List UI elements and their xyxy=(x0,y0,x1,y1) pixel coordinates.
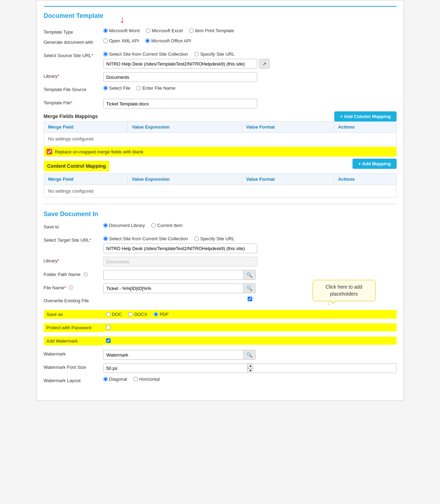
template-type-itemprint[interactable]: Item Print Template xyxy=(189,28,234,33)
tooltip-bubble: Click here to add placeholders xyxy=(313,280,376,301)
watermark-controls: 🔍 xyxy=(103,350,397,360)
save-to-doc-library[interactable]: Document Library xyxy=(103,223,145,228)
tooltip-bubble-container: Click here to add placeholders ↑ xyxy=(313,280,376,301)
generate-msoffice[interactable]: Microsoft Office API xyxy=(145,38,191,43)
library-controls: Documents xyxy=(103,72,397,82)
content-control-table: Merge Field Value Expression Value Forma… xyxy=(44,173,397,185)
target-site-specify[interactable]: Specify Site URL xyxy=(194,236,235,241)
watermark-font-size-row: Watermark Font Size ▲ ▼ xyxy=(44,363,397,373)
content-control-no-settings: No settings configured xyxy=(44,185,397,198)
binoculars-icon: 🔍 xyxy=(246,272,252,278)
target-site-label: Select Target Site URL* xyxy=(44,236,103,243)
save-as-options: DOC DOCX PDF xyxy=(103,310,397,319)
binoculars-icon-2: 🔍 xyxy=(246,285,252,291)
folder-path-label: Folder Path Name ⓘ xyxy=(44,270,103,278)
replace-unmapped-label: Replace un-mapped merge fields with blan… xyxy=(55,149,144,154)
cc-value-format-col: Value Format xyxy=(242,174,334,185)
watermark-horizontal[interactable]: Horizontal xyxy=(133,377,160,382)
template-file-source-label: Template File Source xyxy=(44,85,103,92)
target-site-url-row: Select Target Site URL* Select Site from… xyxy=(44,236,397,253)
source-site-specify[interactable]: Specify Site URL xyxy=(194,51,235,57)
template-file-row: Template File* Ticket Template.docx xyxy=(44,99,397,109)
tooltip-arrow: ↑ xyxy=(327,299,330,308)
actions-col-header: Actions xyxy=(334,122,396,133)
merge-field-col-header: Merge Field xyxy=(44,122,127,133)
save-to-row: Save to Document Library Current Item xyxy=(44,223,397,233)
template-file-controls: Ticket Template.docx xyxy=(103,99,397,109)
target-site-dropdown[interactable]: NITRO Help Desk (/sites/TemplateTest2/NI… xyxy=(103,243,257,253)
watermark-diagonal[interactable]: Diagonal xyxy=(103,377,127,382)
spinner-down-button[interactable]: ▼ xyxy=(247,368,254,373)
value-expression-col-header: Value Expression xyxy=(127,122,242,133)
watermark-font-size-input[interactable] xyxy=(104,364,247,373)
add-watermark-controls xyxy=(103,337,397,345)
source-site-current[interactable]: Select Site from Current Site Collection xyxy=(103,51,188,57)
save-to-label: Save to xyxy=(44,223,103,229)
save-to-current-item[interactable]: Current Item xyxy=(151,223,182,228)
content-control-section: + Add Mapping Content Control Mapping Me… xyxy=(44,161,397,198)
document-template-section: Document Template ↓ Template Type Micros… xyxy=(44,6,397,198)
library-row: Library* Documents xyxy=(44,72,397,82)
save-library-row: Library* Documents xyxy=(44,257,397,267)
source-site-external-link[interactable]: ↗ xyxy=(259,59,270,69)
source-site-dropdown[interactable]: NITRO Help Desk (/sites/TemplateTest2/NI… xyxy=(103,59,257,69)
file-name-label: File Name* ⓘ xyxy=(44,283,103,291)
spinner-buttons: ▲ ▼ xyxy=(247,364,254,373)
template-file-label: Template File* xyxy=(44,99,103,105)
save-as-pdf[interactable]: PDF xyxy=(154,312,169,317)
cc-value-expression-col: Value Expression xyxy=(127,174,242,185)
template-file-source-controls: Select File Enter File Name xyxy=(103,85,397,91)
watermark-layout-controls: Diagonal Horizontal xyxy=(103,377,397,382)
template-file-dropdown[interactable]: Ticket Template.docx xyxy=(103,99,257,109)
add-column-mapping-button[interactable]: + Add Column Mapping xyxy=(334,111,396,122)
folder-path-input-group: 🔍 xyxy=(103,270,397,280)
add-watermark-label: Add Watermark xyxy=(44,337,103,345)
save-as-doc[interactable]: DOC xyxy=(106,312,122,317)
add-mapping-button[interactable]: + Add Mapping xyxy=(352,159,396,169)
folder-path-browse-button[interactable]: 🔍 xyxy=(243,270,256,280)
library-dropdown-wrapper: Documents xyxy=(103,72,397,82)
generate-openxml[interactable]: Open XML API xyxy=(103,38,139,43)
watermark-input[interactable] xyxy=(103,350,243,360)
add-watermark-checkbox[interactable] xyxy=(106,338,111,343)
file-source-select[interactable]: Select File xyxy=(103,85,131,91)
add-watermark-row: Add Watermark xyxy=(44,337,397,346)
file-name-info-icon: ⓘ xyxy=(69,285,73,290)
spinner-up-button[interactable]: ▲ xyxy=(247,364,254,368)
file-name-browse-button[interactable]: 🔍 xyxy=(243,283,256,293)
template-type-msword[interactable]: Microsoft Word xyxy=(103,28,140,33)
folder-path-input[interactable] xyxy=(103,270,243,280)
target-site-controls: Select Site from Current Site Collection… xyxy=(103,236,397,253)
template-file-dropdown-wrapper: Ticket Template.docx xyxy=(103,99,397,109)
file-name-input[interactable] xyxy=(103,283,243,293)
watermark-binoculars-icon: 🔍 xyxy=(246,352,252,358)
template-type-msexcel[interactable]: Microsoft Excel xyxy=(146,28,183,33)
source-site-dropdown-row: NITRO Help Desk (/sites/TemplateTest2/NI… xyxy=(103,59,397,69)
cc-actions-col: Actions xyxy=(334,174,396,185)
library-label: Library* xyxy=(44,72,103,79)
watermark-font-size-controls: ▲ ▼ xyxy=(103,363,397,373)
merge-fields-no-settings: No settings configured xyxy=(44,133,397,145)
replace-unmapped-row: Replace un-mapped merge fields with blan… xyxy=(44,147,397,157)
generate-doc-row: Generate document with Open XML API Micr… xyxy=(44,38,397,48)
library-dropdown[interactable]: Documents xyxy=(103,72,257,82)
source-site-controls: Select Site from Current Site Collection… xyxy=(103,51,397,69)
watermark-row: Watermark 🔍 xyxy=(44,350,397,360)
save-library-dropdown[interactable]: Documents xyxy=(103,257,257,267)
watermark-layout-label: Watermark Layout xyxy=(44,377,103,383)
target-site-current[interactable]: Select Site from Current Site Collection xyxy=(103,236,188,241)
watermark-browse-button[interactable]: 🔍 xyxy=(243,350,256,360)
protect-password-checkbox[interactable] xyxy=(106,325,111,330)
generate-doc-label: Generate document with xyxy=(44,38,103,45)
external-link-icon: ↗ xyxy=(263,61,266,67)
save-as-row: Save as DOC DOCX PDF xyxy=(44,310,397,320)
save-as-docx[interactable]: DOCX xyxy=(128,312,147,317)
folder-path-controls: 🔍 xyxy=(103,270,397,280)
replace-unmapped-checkbox[interactable] xyxy=(47,149,52,154)
save-as-controls: DOC DOCX PDF xyxy=(103,310,397,319)
file-source-enter[interactable]: Enter File Name xyxy=(137,85,175,91)
save-to-controls: Document Library Current Item xyxy=(103,223,397,228)
source-site-dropdown-wrapper: NITRO Help Desk (/sites/TemplateTest2/NI… xyxy=(103,59,257,69)
watermark-font-size-spinner: ▲ ▼ xyxy=(103,363,397,373)
template-type-row: ↓ Template Type Microsoft Word Microsoft… xyxy=(44,25,397,35)
